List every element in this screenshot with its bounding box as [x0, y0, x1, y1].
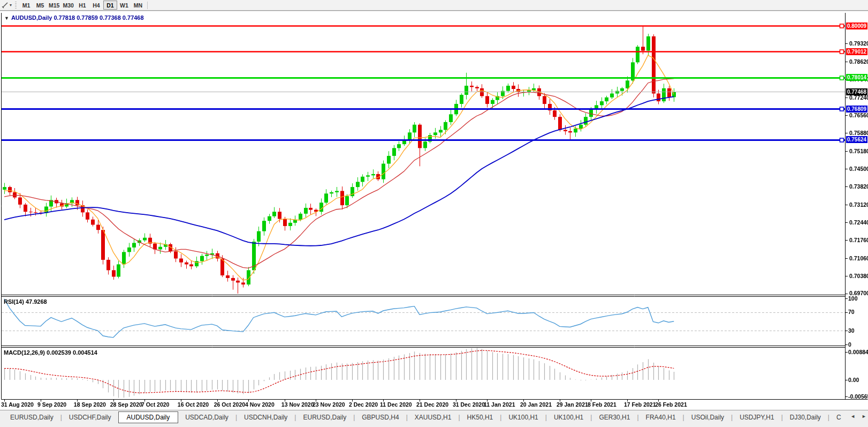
macd-axis-tick: 0.00884 [848, 349, 868, 356]
symbol-tab-gbpusdh4[interactable]: GBPUSD,H4 [355, 412, 406, 423]
symbol-tab-uk100h1[interactable]: UK100,H1 [501, 412, 545, 423]
date-axis-label: 11 Dec 2020 [380, 401, 412, 408]
price-axis-tick: 0.76560 [849, 112, 868, 119]
chevron-down-icon: ▼ [9, 3, 13, 7]
symbol-tab-eurusddaily[interactable]: EURUSD,Daily [3, 412, 60, 423]
date-axis-label: 26 Feb 2021 [655, 401, 687, 408]
timeframe-button-w1[interactable]: W1 [117, 1, 131, 10]
timeframe-button-m5[interactable]: M5 [33, 1, 47, 10]
date-axis-label: 8 Feb 2021 [588, 401, 616, 408]
symbol-tab-usdchfdaily[interactable]: USDCHF,Daily [62, 412, 118, 423]
symbol-tab-usdjpyh1[interactable]: USDJPY,H1 [733, 412, 781, 423]
date-axis-label: 31 Dec 2020 [453, 401, 485, 408]
symbol-tab-uk100h1[interactable]: UK100,H1 [547, 412, 590, 423]
timeframe-button-d1[interactable]: D1 [103, 1, 117, 10]
date-axis-label: 20 Jan 2021 [520, 401, 552, 408]
rsi-axis-tick: 0 [848, 341, 851, 348]
chart-tab-bar: EURUSD,Daily|USDCHF,DailyAUDUSD,DailyUSD… [0, 410, 868, 427]
chart-canvas[interactable] [0, 0, 868, 427]
tab-scroll-right-icon[interactable]: ► [862, 414, 866, 419]
symbol-tab-usoildaily[interactable]: USOil,Daily [684, 412, 731, 423]
price-axis-tick: 0.71760 [849, 237, 868, 244]
price-level-badge[interactable]: 0.78014 [846, 74, 867, 81]
timeframe-button-m15[interactable]: M15 [47, 1, 61, 10]
date-axis-label: 28 Sep 2020 [110, 401, 142, 408]
price-axis-tick: 0.73120 [849, 201, 868, 208]
rsi-label: RSI(14) 47.9268 [4, 298, 47, 305]
symbol-tab-usdcnhdaily[interactable]: USDCNH,Daily [237, 412, 294, 423]
rsi-axis-tick: 70 [848, 309, 855, 316]
rsi-axis-tick: 30 [848, 327, 855, 334]
date-axis-label: 4 Nov 2020 [245, 401, 275, 408]
symbol-tab-fra40h1[interactable]: FRA40,H1 [639, 412, 683, 423]
toolbar-grip[interactable] [15, 2, 17, 9]
date-axis-label: 18 Sep 2020 [74, 401, 106, 408]
current-price-badge: 0.77468 [846, 88, 867, 95]
date-axis-label: 16 Oct 2020 [178, 401, 209, 408]
symbol-tab-xauusdh1[interactable]: XAUUSD,H1 [408, 412, 459, 423]
timeframe-button-h4[interactable]: H4 [89, 1, 103, 10]
drawing-tool-button[interactable]: ▼ [0, 1, 14, 10]
date-axis-label: 31 Aug 2020 [1, 401, 34, 408]
date-axis-label: 2 Dec 2020 [349, 401, 378, 408]
macd-axis-tick: 0.00 [848, 377, 859, 384]
timeframe-button-m30[interactable]: M30 [61, 1, 75, 10]
price-axis-tick: 0.70380 [849, 273, 868, 280]
date-axis-label: 23 Nov 2020 [313, 401, 345, 408]
timeframe-button-h1[interactable]: H1 [75, 1, 89, 10]
symbol-tab-audusddaily[interactable]: AUDUSD,Daily [118, 411, 179, 423]
date-axis-label: 9 Sep 2020 [37, 401, 66, 408]
price-axis-tick: 0.75180 [849, 148, 868, 155]
price-level-badge[interactable]: 0.79012 [846, 48, 867, 55]
price-axis-tick: 0.73820 [849, 183, 868, 190]
top-toolbar: ▼ M1M5M15M30H1H4D1W1MN [0, 0, 868, 11]
symbol-tab-eurusddaily[interactable]: EURUSD,Daily [296, 412, 353, 423]
rsi-axis-tick: 100 [848, 295, 858, 302]
date-axis-label: 13 Nov 2020 [281, 401, 314, 408]
trading-platform-window: { "toolbar": { "timeframes": [ {"label":… [0, 0, 868, 427]
macd-axis-tick: -0.005651 [848, 393, 868, 400]
symbol-tab-usdcaddaily[interactable]: USDCAD,Daily [178, 412, 235, 423]
symbol-tab-china300h1[interactable]: CHINA300,H1 [829, 412, 841, 423]
price-axis-tick: 0.79320 [849, 40, 868, 47]
symbol-tab-hk50h1[interactable]: HK50,H1 [460, 412, 500, 423]
chart-dropdown-icon[interactable]: ▼ [4, 16, 9, 21]
price-level-badge[interactable]: 0.76809 [846, 106, 867, 113]
price-axis-tick: 0.78620 [849, 58, 868, 65]
toolbar-separator [147, 2, 148, 9]
trendline-tool-icon [2, 2, 9, 9]
timeframe-button-group: M1M5M15M30H1H4D1W1MN [19, 1, 150, 10]
date-axis-label: 11 Jan 2021 [484, 401, 515, 408]
price-axis-tick: 0.72440 [849, 219, 868, 226]
tab-scroll-left-icon[interactable]: ◄ [850, 414, 855, 419]
date-axis-label: 26 Oct 2020 [214, 401, 245, 408]
symbol-tab-dj30daily[interactable]: DJ30,Daily [783, 412, 828, 423]
price-level-badge[interactable]: 0.75624 [846, 136, 867, 143]
price-level-badge[interactable]: 0.80009 [846, 23, 867, 29]
date-axis-label: 17 Feb 2021 [624, 401, 656, 408]
symbol-tab-ger30h1[interactable]: GER30,H1 [592, 412, 637, 423]
price-axis-tick: 0.75880 [849, 130, 868, 137]
chart-tabs: EURUSD,Daily|USDCHF,DailyAUDUSD,DailyUSD… [3, 411, 841, 424]
date-axis-label: 7 Oct 2020 [141, 401, 170, 408]
chart-title[interactable]: ▼AUDUSD,Daily 0.77818 0.77859 0.77368 0.… [4, 14, 144, 21]
timeframe-button-m1[interactable]: M1 [19, 1, 33, 10]
price-axis-tick: 0.74500 [849, 166, 868, 173]
timeframe-button-mn[interactable]: MN [131, 1, 145, 10]
chart-title-text: AUDUSD,Daily 0.77818 0.77859 0.77368 0.7… [11, 14, 144, 21]
date-axis-label: 21 Dec 2020 [416, 401, 448, 408]
price-axis-tick: 0.71060 [849, 255, 868, 262]
date-axis-label: 29 Jan 2021 [557, 401, 588, 408]
macd-label: MACD(12,26,9) 0.002539 0.004514 [4, 349, 97, 356]
